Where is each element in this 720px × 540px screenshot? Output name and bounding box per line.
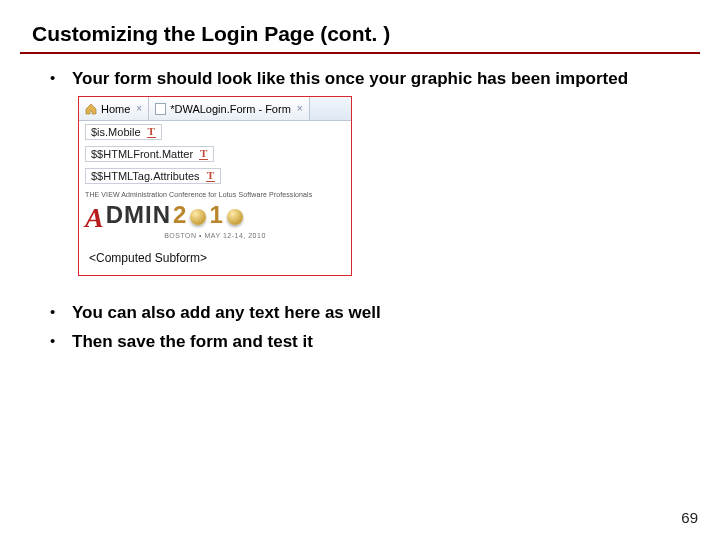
- field-frontmatter[interactable]: $$HTMLFront.Matter T: [85, 146, 214, 162]
- logo-dmin: DMIN: [106, 201, 171, 229]
- logo-2: 2: [173, 201, 187, 229]
- field-label: $$HTMLFront.Matter: [91, 148, 193, 160]
- close-icon[interactable]: ×: [295, 103, 303, 114]
- tab-home[interactable]: Home ×: [79, 97, 149, 120]
- imported-graphic: THE VIEW Administration Conference for L…: [79, 187, 351, 245]
- logo-topline: THE VIEW Administration Conference for L…: [85, 191, 345, 198]
- logo-subline: BOSTON • MAY 12-14, 2010: [85, 232, 345, 239]
- computed-subform[interactable]: <Computed Subform>: [79, 245, 351, 275]
- bullet-imported: Your form should look like this once you…: [50, 68, 696, 90]
- tab-form[interactable]: *DWALogin.Form - Form ×: [149, 97, 309, 120]
- screenshot-embed: Home × *DWALogin.Form - Form × $is.Mobil…: [78, 96, 352, 276]
- text-field-icon: T: [206, 170, 215, 182]
- document-icon: [155, 103, 166, 115]
- close-icon[interactable]: ×: [134, 103, 142, 114]
- logo-1: 1: [209, 201, 223, 229]
- text-field-icon: T: [147, 126, 156, 138]
- page-title: Customizing the Login Page (cont. ): [0, 0, 720, 52]
- globe-icon: [190, 209, 206, 225]
- tab-home-label: Home: [101, 103, 130, 115]
- text-field-icon: T: [199, 148, 208, 160]
- field-tagattrs[interactable]: $$HTMLTag.Attributes T: [85, 168, 221, 184]
- page-number: 69: [681, 509, 698, 526]
- globe-icon: [227, 209, 243, 225]
- bullet-add-text: You can also add any text here as well: [50, 302, 696, 324]
- field-label: $is.Mobile: [91, 126, 141, 138]
- logo-letter-a: A: [85, 204, 104, 232]
- field-ismobile[interactable]: $is.Mobile T: [85, 124, 162, 140]
- tab-bar: Home × *DWALogin.Form - Form ×: [79, 97, 351, 121]
- bullet-save-test: Then save the form and test it: [50, 331, 696, 353]
- field-label: $$HTMLTag.Attributes: [91, 170, 200, 182]
- tab-form-label: *DWALogin.Form - Form: [170, 103, 291, 115]
- home-icon: [85, 103, 97, 115]
